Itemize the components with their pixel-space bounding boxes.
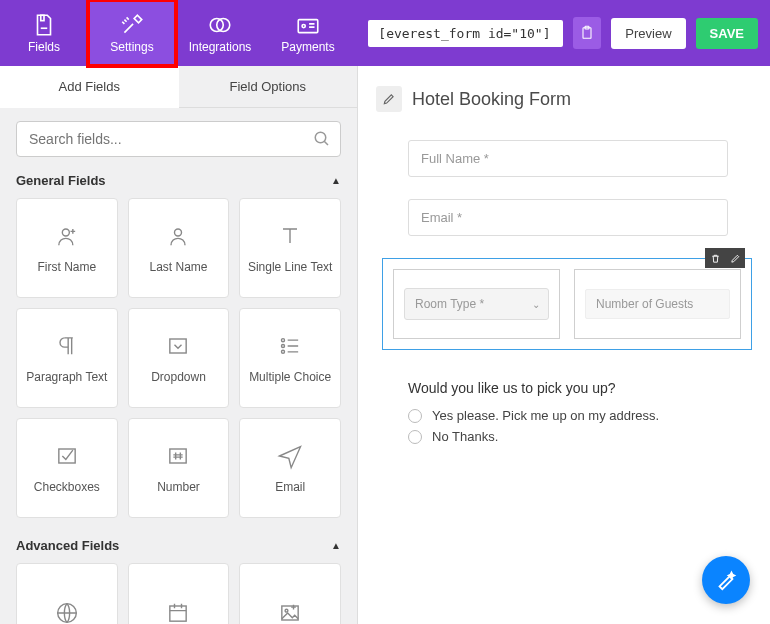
svg-point-8 bbox=[62, 229, 69, 236]
field-advanced-1[interactable] bbox=[16, 563, 118, 624]
clipboard-icon bbox=[579, 24, 595, 42]
svg-point-11 bbox=[282, 339, 285, 342]
question-label: Would you like us to pick you up? bbox=[408, 380, 752, 396]
advanced-fields-grid bbox=[0, 563, 357, 624]
tab-integrations[interactable]: Integrations bbox=[176, 0, 264, 66]
svg-rect-17 bbox=[170, 606, 186, 621]
copy-shortcode-button[interactable] bbox=[573, 17, 601, 49]
field-label: First Name bbox=[37, 260, 96, 274]
caret-up-icon: ▲ bbox=[331, 175, 341, 186]
svg-point-9 bbox=[175, 229, 182, 236]
integrations-icon bbox=[207, 12, 233, 38]
pencil-icon bbox=[382, 92, 396, 106]
delete-row-button[interactable] bbox=[705, 248, 725, 268]
caret-up-icon: ▲ bbox=[331, 540, 341, 551]
chevron-down-icon: ⌄ bbox=[532, 299, 540, 310]
field-first-name[interactable]: First Name bbox=[16, 198, 118, 298]
svg-rect-3 bbox=[298, 20, 318, 33]
magic-wand-icon bbox=[715, 569, 737, 591]
save-button[interactable]: SAVE bbox=[696, 18, 758, 49]
list-icon bbox=[276, 332, 304, 360]
svg-point-12 bbox=[282, 344, 285, 347]
pickup-question: Would you like us to pick you up? Yes pl… bbox=[408, 380, 752, 444]
form-preview: Hotel Booking Form Full Name * Email * R… bbox=[358, 66, 770, 624]
section-general-fields[interactable]: General Fields ▲ bbox=[0, 165, 357, 198]
row-actions bbox=[705, 248, 745, 268]
checkbox-icon bbox=[53, 442, 81, 470]
number-icon bbox=[164, 442, 192, 470]
field-label: Checkboxes bbox=[34, 480, 100, 494]
fields-icon bbox=[31, 12, 57, 38]
field-multiple-choice[interactable]: Multiple Choice bbox=[239, 308, 341, 408]
svg-rect-0 bbox=[41, 15, 44, 20]
shortcode-display[interactable]: [everest_form id="10"] bbox=[368, 20, 563, 47]
text-icon bbox=[276, 222, 304, 250]
field-label: Dropdown bbox=[151, 370, 206, 384]
sidebar-tabs: Add Fields Field Options bbox=[0, 66, 357, 108]
tab-fields-label: Fields bbox=[28, 40, 60, 54]
tab-settings-label: Settings bbox=[110, 40, 153, 54]
tab-settings[interactable]: Settings bbox=[88, 0, 176, 66]
field-number[interactable]: Number bbox=[128, 418, 230, 518]
edit-title-button[interactable] bbox=[376, 86, 402, 112]
guests-cell[interactable]: Number of Guests bbox=[574, 269, 741, 339]
field-last-name[interactable]: Last Name bbox=[128, 198, 230, 298]
field-label: Last Name bbox=[149, 260, 207, 274]
tab-payments[interactable]: Payments bbox=[264, 0, 352, 66]
radio-icon bbox=[408, 430, 422, 444]
svg-rect-10 bbox=[170, 339, 186, 353]
room-type-select[interactable]: Room Type * ⌄ bbox=[404, 288, 549, 320]
tab-field-options[interactable]: Field Options bbox=[179, 66, 358, 108]
guests-input[interactable]: Number of Guests bbox=[585, 289, 730, 319]
section-general-label: General Fields bbox=[16, 173, 106, 188]
search-input[interactable] bbox=[16, 121, 341, 157]
settings-icon bbox=[119, 12, 145, 38]
tab-add-fields[interactable]: Add Fields bbox=[0, 66, 179, 108]
tab-integrations-label: Integrations bbox=[189, 40, 252, 54]
section-advanced-fields[interactable]: Advanced Fields ▲ bbox=[0, 530, 357, 563]
svg-point-19 bbox=[285, 609, 288, 612]
edit-row-button[interactable] bbox=[725, 248, 745, 268]
field-email[interactable]: Email bbox=[239, 418, 341, 518]
selected-row[interactable]: Room Type * ⌄ Number of Guests bbox=[382, 258, 752, 350]
field-paragraph[interactable]: Paragraph Text bbox=[16, 308, 118, 408]
tab-fields[interactable]: Fields bbox=[0, 0, 88, 66]
field-advanced-3[interactable] bbox=[239, 563, 341, 624]
person-icon bbox=[164, 222, 192, 250]
field-dropdown[interactable]: Dropdown bbox=[128, 308, 230, 408]
radio-option-yes[interactable]: Yes please. Pick me up on my address. bbox=[408, 408, 752, 423]
topbar-right: [everest_form id="10"] Preview SAVE bbox=[368, 17, 758, 49]
field-label: Single Line Text bbox=[248, 260, 333, 274]
svg-point-7 bbox=[315, 132, 326, 143]
svg-point-4 bbox=[302, 24, 305, 27]
section-advanced-label: Advanced Fields bbox=[16, 538, 119, 553]
image-icon bbox=[276, 599, 304, 624]
svg-point-13 bbox=[282, 350, 285, 353]
tab-payments-label: Payments bbox=[281, 40, 334, 54]
payments-icon bbox=[295, 12, 321, 38]
field-label: Number bbox=[157, 480, 200, 494]
paragraph-icon bbox=[53, 332, 81, 360]
form-title[interactable]: Hotel Booking Form bbox=[412, 89, 571, 110]
person-icon bbox=[53, 222, 81, 250]
room-type-label: Room Type * bbox=[415, 297, 484, 311]
svg-rect-18 bbox=[282, 606, 298, 620]
field-checkboxes[interactable]: Checkboxes bbox=[16, 418, 118, 518]
svg-rect-15 bbox=[170, 449, 186, 463]
room-type-cell[interactable]: Room Type * ⌄ bbox=[393, 269, 560, 339]
fab-button[interactable] bbox=[702, 556, 750, 604]
preview-button[interactable]: Preview bbox=[611, 18, 685, 49]
email-field[interactable]: Email * bbox=[408, 199, 728, 236]
sidebar: Add Fields Field Options General Fields … bbox=[0, 66, 358, 624]
radio-icon bbox=[408, 409, 422, 423]
field-advanced-2[interactable] bbox=[128, 563, 230, 624]
radio-option-no[interactable]: No Thanks. bbox=[408, 429, 752, 444]
trash-icon bbox=[710, 253, 721, 264]
send-icon bbox=[276, 442, 304, 470]
field-label: Paragraph Text bbox=[26, 370, 107, 384]
search-icon bbox=[313, 130, 331, 148]
field-label: Email bbox=[275, 480, 305, 494]
field-label: Multiple Choice bbox=[249, 370, 331, 384]
field-single-line[interactable]: Single Line Text bbox=[239, 198, 341, 298]
full-name-field[interactable]: Full Name * bbox=[408, 140, 728, 177]
